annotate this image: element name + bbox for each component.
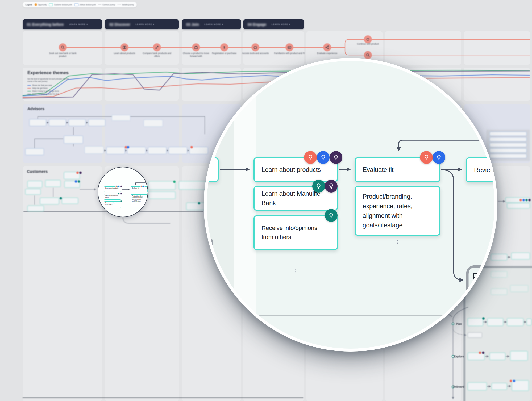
phase-row-label: Onboard	[453, 385, 469, 388]
mini-previous-step-box	[98, 187, 103, 192]
lightbulb-icon	[307, 154, 314, 161]
mini-opportunity-dot	[120, 185, 122, 187]
opportunity-badge-purple[interactable]	[325, 180, 338, 193]
opportunity-badge-blue[interactable]	[317, 151, 330, 164]
opportunity-dot	[513, 380, 515, 382]
mini-learn-about-products-box: Learn about products	[104, 186, 121, 192]
customer-step-box[interactable]	[507, 318, 523, 326]
learn-about-manulife-box[interactable]: Learn about Manulife Bank	[253, 186, 338, 211]
customer-step-box[interactable]	[492, 383, 507, 390]
mini-opportunity-dot	[120, 200, 122, 202]
mini-opportunity-dot	[143, 185, 145, 187]
evaluate-detail-box[interactable]: Product/branding, experience, rates, ali…	[355, 186, 440, 236]
opportunity-badge-teal[interactable]	[325, 209, 338, 222]
lightbulb-icon	[328, 183, 335, 190]
mini-evaluate-fit-box: Evaluate fit	[131, 186, 148, 192]
mini-learn-about-products-label: Learn about products	[105, 187, 118, 189]
customer-step-box[interactable]	[468, 353, 485, 360]
mini-opportunity-dot	[118, 185, 120, 187]
lightbulb-icon	[328, 212, 335, 219]
mini-opportunity-dot	[115, 185, 117, 187]
mini-evaluate-detail-label: Product/branding, experience, rates, ali…	[132, 195, 143, 202]
spotlight-circle: Learn about products Evaluate fit Learn …	[98, 167, 148, 217]
customer-step-box[interactable]	[489, 353, 505, 360]
evaluate-detail-label: Product/branding, experience, rates, ali…	[363, 192, 432, 230]
opportunity-dot	[482, 317, 485, 320]
lightbulb-icon	[320, 154, 327, 161]
customer-step-box[interactable]	[510, 351, 528, 361]
mini-learn-about-manulife-box: Learn about Manulife Bank	[104, 194, 121, 200]
mini-receive-info-box: Receive info/opinions from others	[104, 201, 121, 208]
opportunity-badge-teal[interactable]	[312, 180, 325, 193]
magnifier-circle: Learn about products Evaluate fit Review…	[204, 58, 497, 352]
opportunity-dot	[479, 352, 481, 354]
opportunity-badge-salmon[interactable]	[304, 151, 317, 164]
mini-opportunity-dot	[120, 193, 122, 195]
phase-row-label: Plan	[456, 322, 472, 325]
customer-step-box[interactable]	[487, 318, 503, 326]
exit-box[interactable]	[468, 332, 482, 338]
receive-info-box[interactable]: Receive info/opinions from others	[253, 215, 338, 250]
evaluate-fit-label: Evaluate fit	[363, 165, 393, 174]
lightbulb-icon	[423, 154, 430, 161]
phase-row-label: Explore	[454, 355, 470, 358]
mini-opportunity-dot	[118, 193, 120, 195]
lightbulb-icon	[332, 154, 339, 161]
opportunity-dot	[482, 352, 484, 354]
lightbulb-icon	[315, 183, 322, 190]
customer-step-box[interactable]	[468, 382, 487, 390]
mini-evaluate-fit-label: Evaluate fit	[132, 187, 139, 189]
magnified-connector-lines	[204, 58, 497, 352]
opportunity-dot	[510, 380, 512, 382]
receive-info-label: Receive info/opinions from others	[261, 224, 330, 242]
lightbulb-icon	[435, 154, 442, 161]
learn-about-products-label: Learn about products	[261, 165, 321, 174]
mini-learn-about-manulife-label: Learn about Manulife Bank	[105, 195, 118, 198]
mini-receive-info-label: Receive info/opinions from others	[105, 202, 118, 205]
journey-map-board: LegendOpportunityCustomer decision point…	[0, 0, 532, 401]
opportunity-badge-purple[interactable]	[330, 151, 342, 164]
mini-opportunity-dot	[140, 185, 142, 187]
opportunity-badge-salmon[interactable]	[420, 151, 433, 164]
customer-step-box[interactable]	[527, 319, 531, 325]
opportunity-badge-blue[interactable]	[433, 151, 445, 164]
